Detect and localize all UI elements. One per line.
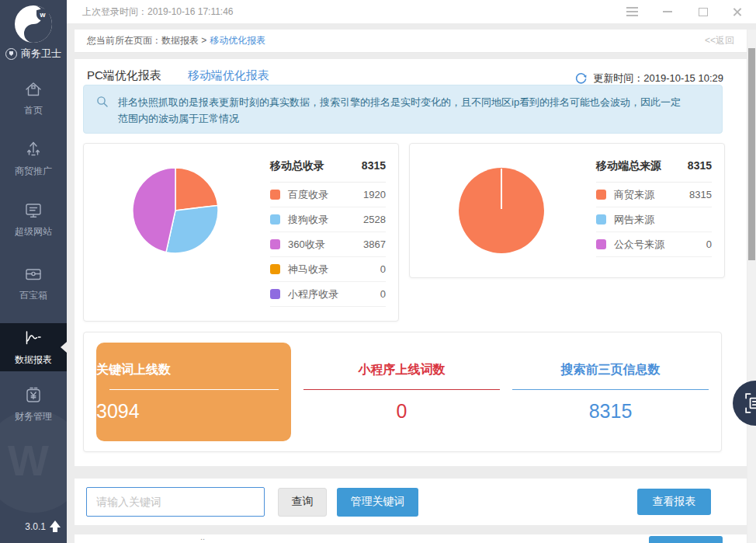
partial-button <box>649 536 723 543</box>
mobile-index-legend: 移动总收录 8315 百度收录 1920 搜狗收录 2528 360收录 386… <box>270 159 386 307</box>
app-window: w 商务卫士 首页 商贸推广 超级网站 <box>0 0 756 543</box>
scrollbar-thumb[interactable] <box>748 48 755 260</box>
stat-label: 搜索前三页信息数 <box>561 363 661 376</box>
legend-swatch <box>270 214 280 225</box>
titlebar: 上次登录时间：2019-10-16 17:11:46 <box>67 0 756 24</box>
sidebar-item-reports[interactable]: 数据报表 <box>0 323 67 371</box>
breadcrumb: 您当前所在页面：数据报表 > 移动优化报表 <<返回 <box>75 30 747 53</box>
sidebar-item-label: 数据报表 <box>0 353 67 367</box>
legend-item: 小程序收录 0 <box>270 282 386 307</box>
last-login-time: 上次登录时间：2019-10-16 17:11:46 <box>82 5 626 19</box>
brand-shield-icon <box>5 48 17 60</box>
finance-icon <box>23 385 43 406</box>
legend-swatch <box>270 190 280 200</box>
legend-item: 百度收录 1920 <box>270 183 386 207</box>
promotion-icon <box>23 140 43 160</box>
notice-text: 排名快照抓取的是报表更新时刻的真实数据，搜索引擎的排名是实时变化的，且不同地区i… <box>84 85 722 127</box>
stat-divider <box>109 389 279 390</box>
sidebar-item-label: 首页 <box>0 104 67 117</box>
stat-label: 小程序上线词数 <box>359 363 446 376</box>
menu-icon[interactable] <box>626 5 638 18</box>
partial-text: .. <box>200 532 205 541</box>
svg-text:w: w <box>39 11 46 19</box>
legend-swatch <box>270 289 280 299</box>
update-time-row: 更新时间：2019-10-15 10:29 <box>574 71 723 85</box>
update-time-text: 更新时间：2019-10-15 10:29 <box>593 71 723 85</box>
legend-total: 8315 <box>362 159 386 173</box>
keyword-toolbar: 查询 管理关键词 查看报表 <box>75 479 747 525</box>
next-section-partial: .. <box>75 534 747 543</box>
legend-swatch <box>270 239 280 249</box>
maximize-icon[interactable] <box>697 5 709 18</box>
website-icon <box>23 200 43 221</box>
vertical-scrollbar[interactable] <box>747 30 756 543</box>
keyword-input[interactable] <box>86 487 265 517</box>
legend-swatch <box>596 214 606 225</box>
stat-keywords-online: 关键词上线数 3094 <box>96 343 291 441</box>
legend-swatch <box>270 264 280 274</box>
query-button[interactable]: 查询 <box>278 488 327 517</box>
toolbox-icon <box>23 264 43 284</box>
stat-divider <box>303 389 500 390</box>
minimize-icon[interactable] <box>661 5 674 18</box>
legend-item: 神马收录 0 <box>270 257 386 282</box>
stat-value: 8315 <box>512 400 709 423</box>
active-item-wedge <box>61 342 67 353</box>
view-report-button[interactable]: 查看报表 <box>637 489 711 515</box>
breadcrumb-current[interactable]: 移动优化报表 <box>210 34 265 47</box>
sidebar-item-label: 百宝箱 <box>0 289 67 302</box>
legend-swatch <box>596 190 606 200</box>
version-row: 3.0.1 <box>25 520 61 532</box>
stat-divider <box>512 389 709 390</box>
legend-title-row: 移动端总来源 8315 <box>596 159 712 183</box>
mobile-source-chart-card: 移动端总来源 8315 商贸来源 8315 网告来源 公众号来源 0 <box>409 143 725 278</box>
mobile-index-pie-chart <box>129 164 222 257</box>
legend-item: 360收录 3867 <box>270 232 386 257</box>
main-content: 您当前所在页面：数据报表 > 移动优化报表 <<返回 PC端优化报表 移动端优化… <box>67 23 756 543</box>
report-chart-icon <box>23 329 43 349</box>
sidebar-item-toolbox[interactable]: 百宝箱 <box>0 264 67 302</box>
notice-banner: 排名快照抓取的是报表更新时刻的真实数据，搜索引擎的排名是实时变化的，且不同地区i… <box>83 85 723 134</box>
watermark-letter: W <box>8 435 49 486</box>
legend-item: 商贸来源 8315 <box>596 183 712 207</box>
legend-title-row: 移动总收录 8315 <box>270 159 386 183</box>
mobile-source-legend: 移动端总来源 8315 商贸来源 8315 网告来源 公众号来源 0 <box>596 159 712 257</box>
back-link[interactable]: <<返回 <box>705 34 734 47</box>
legend-title: 移动总收录 <box>270 159 324 173</box>
brand-row: 商务卫士 <box>0 47 67 61</box>
qr-scan-icon <box>744 392 756 414</box>
legend-title: 移动端总来源 <box>596 159 661 173</box>
legend-item: 搜狗收录 2528 <box>270 207 386 232</box>
stat-top3-pages: 搜索前三页信息数 8315 <box>512 362 709 423</box>
brand-name: 商务卫士 <box>21 47 61 61</box>
home-icon <box>23 79 43 99</box>
version-text: 3.0.1 <box>25 521 46 532</box>
mobile-source-pie-chart <box>455 164 548 257</box>
window-controls <box>626 5 742 18</box>
stat-miniprogram-words: 小程序上线词数 0 <box>303 362 500 423</box>
close-icon[interactable] <box>733 7 742 16</box>
sidebar-item-label: 超级网站 <box>0 225 67 238</box>
stat-label: 关键词上线数 <box>96 362 291 378</box>
legend-swatch <box>596 239 606 249</box>
legend-total: 8315 <box>688 159 712 173</box>
breadcrumb-prefix: 您当前所在页面：数据报表 > <box>87 34 206 47</box>
app-logo-icon: w <box>13 4 54 44</box>
sidebar-item-home[interactable]: 首页 <box>0 79 67 117</box>
stat-value: 0 <box>303 400 500 423</box>
refresh-icon[interactable] <box>574 72 588 85</box>
stats-card: 关键词上线数 3094 小程序上线词数 0 搜索前三页信息数 8315 <box>83 332 722 452</box>
search-icon <box>96 96 109 108</box>
stat-value: 3094 <box>96 400 291 423</box>
legend-item: 公众号来源 0 <box>596 232 712 257</box>
legend-item: 网告来源 <box>596 207 712 232</box>
manage-keywords-button[interactable]: 管理关键词 <box>337 488 418 517</box>
sidebar-item-website[interactable]: 超级网站 <box>0 200 67 238</box>
mobile-index-chart-card: 移动总收录 8315 百度收录 1920 搜狗收录 2528 360收录 386… <box>83 143 399 322</box>
sidebar-item-label: 商贸推广 <box>0 165 67 178</box>
sidebar: w 商务卫士 首页 商贸推广 超级网站 <box>0 0 67 543</box>
sidebar-item-promotion[interactable]: 商贸推广 <box>0 140 67 178</box>
update-arrow-icon[interactable] <box>50 520 61 527</box>
